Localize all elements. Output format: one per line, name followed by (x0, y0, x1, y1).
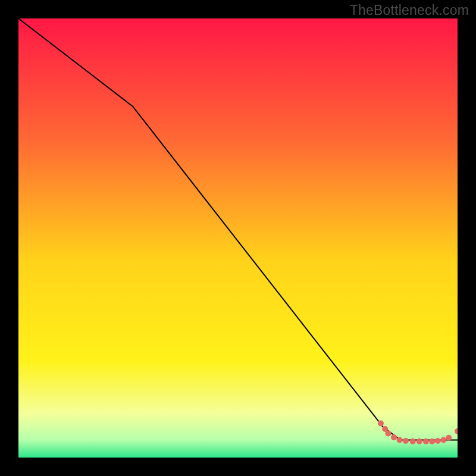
data-dot (446, 435, 452, 441)
plot-area (18, 18, 458, 458)
data-dot (410, 439, 416, 444)
data-dot (403, 438, 409, 444)
plot-svg (18, 18, 458, 458)
data-dot (416, 439, 422, 444)
data-dot (378, 420, 384, 426)
gradient-background (18, 18, 458, 458)
data-dot (385, 430, 391, 436)
data-dot (391, 434, 397, 440)
data-dot (423, 439, 429, 444)
chart-frame: TheBottleneck.com (0, 0, 476, 476)
data-dot (440, 437, 446, 443)
data-dot (435, 438, 441, 444)
watermark-text: TheBottleneck.com (350, 2, 469, 18)
data-dot (397, 437, 403, 443)
data-dot (429, 439, 435, 444)
